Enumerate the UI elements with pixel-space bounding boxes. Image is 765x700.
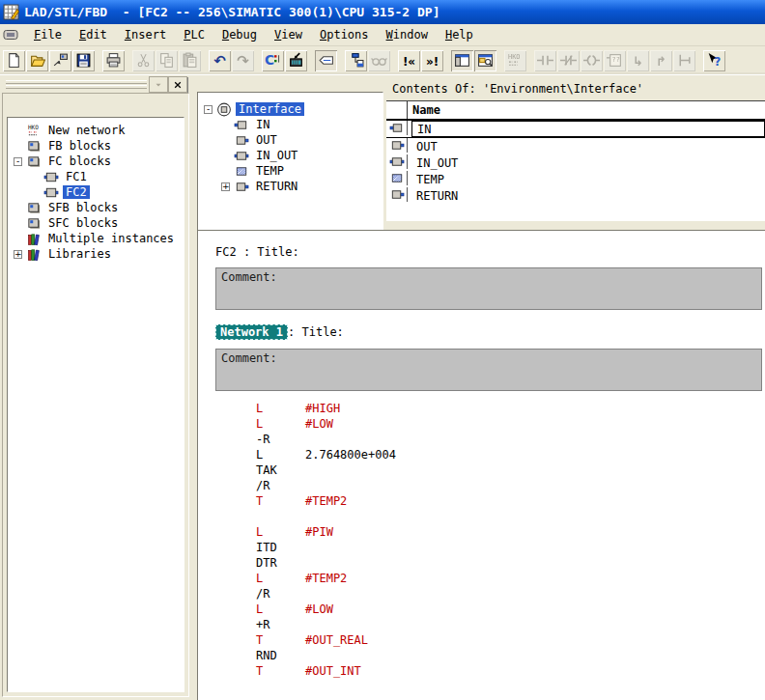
network-comment-box[interactable]: Comment: — [215, 349, 762, 391]
cut-button[interactable] — [132, 50, 155, 71]
save-button[interactable] — [72, 50, 95, 71]
open-button[interactable] — [26, 50, 48, 71]
expander-plus-icon[interactable]: + — [221, 182, 230, 191]
network-label[interactable]: Network 1 — [215, 324, 288, 340]
help-button[interactable]: ? — [703, 50, 725, 71]
stl-opcode: RND — [256, 649, 305, 662]
t-branch-button[interactable] — [673, 50, 695, 71]
menu-edit[interactable]: Edit — [71, 26, 116, 43]
contact-nc-button[interactable] — [557, 50, 580, 71]
close-branch-button[interactable]: ↱ — [650, 50, 672, 71]
tree-item-new-network[interactable]: HKONew network — [8, 123, 184, 138]
contents-row-in_out[interactable]: IN_OUT — [386, 154, 765, 171]
menu-view[interactable]: View — [266, 26, 311, 43]
stl-code-line[interactable]: L#LOW — [198, 417, 765, 433]
document-window-icon[interactable] — [3, 27, 18, 42]
goto-address-button[interactable]: C — [262, 50, 284, 71]
tree-item-interface[interactable]: -Interface — [198, 101, 382, 117]
new-network-icon: HKO — [507, 52, 524, 69]
monitor-button[interactable] — [368, 50, 390, 71]
contents-row-in[interactable]: IN — [386, 121, 765, 138]
print-button[interactable] — [102, 50, 125, 71]
contents-row-return[interactable]: RETURN — [386, 187, 765, 204]
tree-item-in-out[interactable]: IN_OUT — [198, 148, 382, 163]
stl-code-line[interactable]: ITD — [198, 541, 765, 556]
gripper[interactable] — [6, 85, 147, 89]
expander-minus-icon[interactable]: - — [204, 105, 212, 114]
stl-code-line[interactable]: L#PIW — [198, 525, 765, 541]
out-icon — [386, 138, 408, 153]
expander-minus-icon[interactable]: - — [14, 157, 22, 166]
call-structure-button[interactable] — [345, 50, 367, 71]
menu-debug[interactable]: Debug — [213, 26, 266, 43]
new-button[interactable] — [3, 50, 25, 71]
stl-code-line[interactable]: L2.764800e+004 — [198, 448, 765, 463]
tree-item-return[interactable]: +RETURN — [198, 179, 382, 194]
undo-button[interactable]: ↶ — [209, 50, 231, 71]
menu-plc[interactable]: PLC — [175, 26, 213, 43]
symbol-toggle-button[interactable] — [315, 50, 337, 71]
stl-operand: #TEMP2 — [305, 494, 347, 508]
detail-view-button[interactable] — [474, 50, 496, 71]
tree-item-multiple-instances[interactable]: Multiple instances — [8, 231, 184, 246]
tree-item-out[interactable]: OUT — [198, 132, 382, 148]
download-button[interactable] — [285, 50, 307, 71]
tree-item-sfb-blocks[interactable]: SFB blocks — [8, 200, 184, 215]
contents-row-out[interactable]: OUT — [386, 138, 765, 154]
stl-code-area[interactable]: L#HIGHL#LOW-RL2.764800e+004TAK/RT#TEMP2L… — [198, 402, 765, 680]
stl-code-line[interactable]: /R — [198, 587, 765, 602]
tree-item-temp[interactable]: TEMP — [198, 163, 382, 179]
tree-item-in[interactable]: IN — [198, 117, 382, 132]
stl-code-line[interactable]: L#LOW — [198, 602, 765, 618]
coil-button[interactable] — [581, 50, 603, 71]
window-title: LAD/STL/FBD - [FC2 -- 256\SIMATIC 300(1)… — [24, 5, 439, 19]
block-folder-icon — [26, 201, 42, 215]
stl-opcode: T — [256, 664, 305, 678]
block-comment-box[interactable]: Comment: — [215, 267, 762, 310]
paste-button[interactable] — [179, 50, 201, 71]
stl-code-line[interactable]: /R — [198, 479, 765, 494]
prev-error-button[interactable]: !« — [398, 50, 420, 71]
expander-plus-icon[interactable]: + — [14, 250, 22, 259]
stl-code-line[interactable]: L#TEMP2 — [198, 572, 765, 587]
in-icon — [234, 118, 249, 132]
menu-window[interactable]: Window — [378, 26, 437, 43]
stl-code-line[interactable]: T#TEMP2 — [198, 494, 765, 510]
tree-item-libraries[interactable]: +Libraries — [8, 246, 184, 262]
tree-item-fc-blocks[interactable]: -FC blocks — [8, 154, 184, 169]
stl-code-line[interactable]: -R — [198, 433, 765, 448]
menu-help[interactable]: Help — [437, 26, 482, 43]
stl-code-line[interactable]: L#HIGH — [198, 402, 765, 417]
new-network-button[interactable]: HKO — [504, 50, 526, 71]
stl-code-line[interactable]: RND — [198, 649, 765, 664]
stl-code-line[interactable]: TAK — [198, 463, 765, 479]
open-branch-button[interactable]: ↳ — [627, 50, 649, 71]
contents-row-temp[interactable]: TEMP — [386, 171, 765, 187]
copy-button[interactable] — [156, 50, 178, 71]
redo-button[interactable]: ↷ — [232, 50, 254, 71]
gripper[interactable] — [6, 80, 147, 84]
temp-icon — [234, 164, 249, 179]
tree-item-sfc-blocks[interactable]: SFC blocks — [8, 215, 184, 231]
menu-insert[interactable]: Insert — [116, 26, 175, 43]
contact-no-button[interactable] — [534, 50, 556, 71]
stl-opcode: L — [256, 602, 305, 616]
tree-item-fb-blocks[interactable]: FB blocks — [8, 138, 184, 154]
tree-item-fc1[interactable]: FC1 — [8, 169, 184, 184]
menu-file[interactable]: File — [25, 26, 71, 43]
panel-close-button[interactable] — [168, 76, 187, 93]
overview-toggle-button[interactable] — [451, 50, 473, 71]
open-block-button[interactable] — [49, 50, 71, 71]
menu-options[interactable]: Options — [311, 26, 378, 43]
next-error-button[interactable]: »! — [421, 50, 443, 71]
stl-code-line[interactable]: T#OUT_REAL — [198, 633, 765, 649]
contents-row-name: TEMP — [411, 171, 765, 187]
stl-code-line[interactable]: DTR — [198, 556, 765, 572]
empty-box-button[interactable]: ?? — [604, 50, 626, 71]
panel-dropdown-button[interactable] — [149, 76, 168, 93]
stl-code-line[interactable]: +R — [198, 618, 765, 633]
stl-code-line[interactable] — [198, 510, 765, 525]
copy-icon — [158, 52, 175, 69]
tree-item-fc2[interactable]: FC2 — [8, 184, 184, 200]
stl-code-line[interactable]: T#OUT_INT — [198, 664, 765, 680]
